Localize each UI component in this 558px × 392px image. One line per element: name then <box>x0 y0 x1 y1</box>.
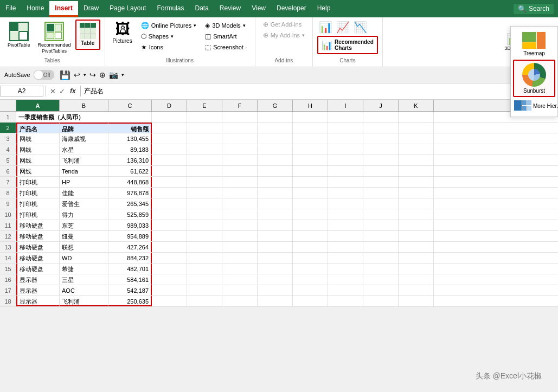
menu-tab-pagelayout[interactable]: Page Layout <box>104 1 151 17</box>
undo-dropdown-icon[interactable]: ▾ <box>84 72 86 78</box>
cell[interactable]: 东芝 <box>60 220 108 230</box>
cell[interactable]: 427,264 <box>108 242 152 252</box>
menu-tab-view[interactable]: View <box>246 1 271 17</box>
cell[interactable]: 三星 <box>60 274 108 285</box>
3d-models-button[interactable]: ◈ 3D Models ▾ <box>202 21 250 30</box>
col-header-e[interactable]: E <box>187 100 222 111</box>
cell[interactable]: 海康威视 <box>60 133 108 144</box>
cell[interactable]: 448,868 <box>108 177 152 187</box>
cell[interactable]: 希捷 <box>60 264 108 274</box>
cell[interactable]: 销售额 <box>108 123 152 133</box>
title-cell[interactable]: 一季度销售额（人民币） <box>16 112 152 122</box>
cell[interactable]: 884,232 <box>108 253 152 263</box>
online-pictures-button[interactable]: 🌐 Online Pictures ▾ <box>138 21 200 30</box>
screenshot-button[interactable]: ⬚ Screenshot - <box>202 42 250 52</box>
get-addins-button[interactable]: ⊕ Get Add-ins <box>260 20 305 29</box>
cell[interactable]: 佳能 <box>60 188 108 198</box>
cell-reference-input[interactable] <box>0 86 43 97</box>
cell[interactable]: 飞利浦 <box>60 296 108 306</box>
col-header-d[interactable]: D <box>152 100 187 111</box>
cell[interactable]: 飞利浦 <box>60 155 108 165</box>
col-header-i[interactable]: I <box>328 100 363 111</box>
recommended-charts-button[interactable]: 📊 RecommendedCharts <box>317 36 378 54</box>
smartart-button[interactable]: ◫ SmartArt <box>202 31 250 41</box>
sunburst-dropdown-item[interactable]: Sunburst <box>513 60 555 97</box>
cell[interactable]: 542,187 <box>108 285 152 295</box>
cell[interactable]: 网线 <box>16 144 60 155</box>
confirm-formula-button[interactable]: ✓ <box>57 87 67 95</box>
cell[interactable]: 954,889 <box>108 231 152 241</box>
col-header-k[interactable]: K <box>399 100 434 111</box>
cell[interactable]: 纽曼 <box>60 231 108 241</box>
col-header-a[interactable]: A <box>16 100 60 111</box>
customize-arrow-icon[interactable]: ▾ <box>121 72 124 78</box>
formula-input[interactable] <box>82 86 558 96</box>
menu-tab-review[interactable]: Review <box>214 1 246 17</box>
cell[interactable]: 网线 <box>16 133 60 144</box>
cell[interactable]: 显示器 <box>16 296 60 306</box>
cell[interactable]: 水星 <box>60 144 108 155</box>
save-button[interactable]: 💾 <box>60 70 70 80</box>
pictures-button[interactable]: 🖼 Pictures <box>110 20 136 47</box>
cell[interactable]: 250,635 <box>108 296 152 306</box>
cell[interactable]: 移动硬盘 <box>16 242 60 252</box>
cell[interactable]: 联想 <box>60 242 108 252</box>
col-header-b[interactable]: B <box>60 100 108 111</box>
cell[interactable]: 得力 <box>60 209 108 220</box>
shapes-button[interactable]: ⬡ Shapes ▾ <box>138 31 200 41</box>
cell[interactable]: 976,878 <box>108 188 152 198</box>
menu-tab-help[interactable]: Help <box>312 1 336 17</box>
chart-bar-button[interactable]: 📊 <box>317 20 333 35</box>
cell[interactable]: 525,859 <box>108 209 152 220</box>
cell[interactable]: 网线 <box>16 166 60 176</box>
col-header-j[interactable]: J <box>363 100 399 111</box>
menu-tab-data[interactable]: Data <box>189 1 214 17</box>
cell[interactable]: WD <box>60 253 108 263</box>
cell[interactable]: 136,310 <box>108 155 152 165</box>
recommended-pivot-button[interactable]: RecommendedPivotTables <box>35 20 74 56</box>
menu-tab-insert[interactable]: Insert <box>49 1 78 17</box>
autosave-toggle[interactable]: Off <box>34 70 54 80</box>
cell[interactable]: 989,033 <box>108 220 152 230</box>
cell[interactable]: Tenda <box>60 166 108 176</box>
chart-scatter-button[interactable]: 📈 <box>335 20 351 35</box>
cancel-formula-button[interactable]: ✕ <box>48 87 57 95</box>
treemap-dropdown-item[interactable]: Treemap <box>513 30 555 59</box>
menu-tab-home[interactable]: Home <box>21 1 49 17</box>
icons-button[interactable]: ★ Icons <box>138 42 200 52</box>
col-header-g[interactable]: G <box>258 100 293 111</box>
undo-button[interactable]: ↩ <box>74 70 80 79</box>
cell[interactable]: 产品名 <box>16 123 60 133</box>
cell[interactable]: 265,345 <box>108 198 152 209</box>
cell[interactable]: 显示器 <box>16 274 60 285</box>
menu-tab-file[interactable]: File <box>0 1 21 17</box>
pivot-table-button[interactable]: PivotTable <box>4 20 34 50</box>
cell[interactable]: 130,455 <box>108 133 152 144</box>
cell[interactable]: 61,622 <box>108 166 152 176</box>
cell[interactable]: 移动硬盘 <box>16 231 60 241</box>
cell[interactable]: 打印机 <box>16 198 60 209</box>
cell[interactable]: 打印机 <box>16 188 60 198</box>
cell[interactable]: 品牌 <box>60 123 108 133</box>
menu-tab-developer[interactable]: Developer <box>271 1 312 17</box>
menu-tab-draw[interactable]: Draw <box>78 1 104 17</box>
cell[interactable]: 爱普生 <box>60 198 108 209</box>
cell[interactable]: 移动硬盘 <box>16 253 60 263</box>
more-hier-dropdown-item[interactable]: More Hier... <box>513 98 555 113</box>
cell[interactable]: 打印机 <box>16 209 60 220</box>
col-header-c[interactable]: C <box>108 100 152 111</box>
cell[interactable]: 89,183 <box>108 144 152 155</box>
table-button[interactable]: Table <box>75 20 100 50</box>
camera-icon[interactable]: 📷 <box>109 70 118 79</box>
menu-tab-formulas[interactable]: Formulas <box>151 1 189 17</box>
insert-function-button[interactable]: fx <box>67 87 79 95</box>
col-header-h[interactable]: H <box>293 100 328 111</box>
cell[interactable]: 482,701 <box>108 264 152 274</box>
cell[interactable]: AOC <box>60 285 108 295</box>
cell[interactable]: 584,161 <box>108 274 152 285</box>
my-addins-button[interactable]: ⊕ My Add-ins ▾ <box>260 30 308 40</box>
cell[interactable]: 打印机 <box>16 177 60 187</box>
redo-button[interactable]: ↪ <box>89 70 96 79</box>
chart-line-button[interactable]: 📉 <box>352 20 368 35</box>
cell[interactable]: 移动硬盘 <box>16 220 60 230</box>
